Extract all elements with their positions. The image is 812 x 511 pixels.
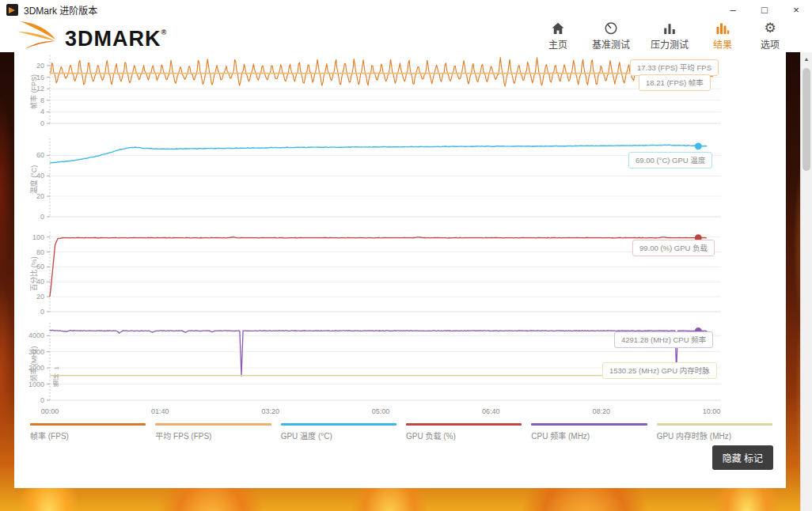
y-axis-label: 帧率 (FPS) bbox=[28, 74, 39, 109]
x-tick-label: 00:00 bbox=[41, 407, 59, 415]
home-icon bbox=[551, 21, 565, 35]
gear-icon: ⚙ bbox=[764, 21, 776, 35]
scrollbar-thumb[interactable] bbox=[803, 68, 810, 171]
gpu-temp-chart: 0204060温度 (°C) bbox=[14, 137, 758, 222]
annotation-gpu-temp: 69.00 (°C) GPU 温度 bbox=[628, 152, 712, 168]
scroll-up-icon[interactable]: ▲ bbox=[801, 52, 812, 65]
nav-item-home[interactable]: 主页 bbox=[544, 21, 571, 51]
svg-text:60: 60 bbox=[36, 151, 44, 159]
gauge-icon bbox=[604, 21, 618, 35]
maximize-button[interactable]: □ bbox=[749, 0, 780, 19]
svg-text:4: 4 bbox=[40, 108, 44, 115]
svg-text:8: 8 bbox=[40, 97, 44, 104]
scrollbar[interactable]: ▲ bbox=[800, 52, 812, 511]
hide-markers-button[interactable]: 隐藏 标记 bbox=[712, 445, 773, 470]
nav-item-benchmark[interactable]: 基准测试 bbox=[592, 21, 630, 51]
legend-item-gpu-mem: GPU 内存时脉 (MHz) bbox=[657, 423, 772, 441]
x-tick-label: 01:40 bbox=[151, 407, 169, 415]
app-icon bbox=[6, 4, 18, 16]
svg-text:80: 80 bbox=[36, 248, 44, 256]
nav-item-results[interactable]: 结果 bbox=[709, 21, 736, 51]
annotation-avg-fps: 17.33 (FPS) 平均 FPS bbox=[630, 59, 719, 76]
flame-logo-icon bbox=[17, 20, 59, 50]
legend-color-bar bbox=[657, 423, 772, 426]
annotation-fps: 18.21 (FPS) 帧率 bbox=[639, 74, 711, 91]
window-title: 3DMark 进阶版本 bbox=[24, 3, 97, 17]
close-button[interactable]: × bbox=[780, 0, 812, 19]
nav-item-options[interactable]: ⚙ 选项 bbox=[757, 21, 784, 51]
legend: 帧率 (FPS) 平均 FPS (FPS) GPU 温度 (°C) GPU 负载… bbox=[30, 423, 772, 441]
x-tick-label: 06:40 bbox=[482, 407, 500, 415]
annotation-gpu-load: 99.00 (%) GPU 负载 bbox=[632, 240, 715, 256]
header: 3DMARK® 主页 基准测试 压力测试 结果 ⚙ bbox=[0, 19, 812, 52]
annotation-cpu-freq: 4291.28 (MHz) CPU 频率 bbox=[614, 331, 713, 348]
legend-item-avg-fps: 平均 FPS (FPS) bbox=[155, 423, 271, 441]
results-panel: 048121620帧率 (FPS) 0204060温度 (°C) 0204060… bbox=[14, 52, 786, 488]
nav-label: 结果 bbox=[713, 37, 732, 51]
svg-text:0: 0 bbox=[40, 396, 44, 404]
nav-label: 选项 bbox=[761, 37, 780, 51]
legend-item-fps: 帧率 (FPS) bbox=[30, 423, 146, 441]
logo-text: 3DMARK® bbox=[65, 18, 167, 53]
results-chart-icon bbox=[715, 21, 730, 35]
legend-item-gpu-load: GPU 负载 (%) bbox=[406, 423, 522, 441]
svg-text:20: 20 bbox=[36, 62, 44, 70]
svg-text:0: 0 bbox=[40, 213, 44, 221]
nav-label: 基准测试 bbox=[592, 37, 630, 51]
nav-item-stress-test[interactable]: 压力测试 bbox=[651, 21, 689, 51]
y-axis-label: 频率 (MHz) bbox=[28, 346, 39, 381]
titlebar: 3DMark 进阶版本 – □ × bbox=[0, 0, 812, 19]
nav-label: 主页 bbox=[548, 37, 567, 51]
legend-color-bar bbox=[281, 423, 397, 426]
svg-text:20: 20 bbox=[36, 293, 44, 301]
minimize-button[interactable]: – bbox=[717, 0, 749, 19]
svg-text:4000: 4000 bbox=[28, 331, 44, 339]
annotation-gpu-mem: 1530.25 (MHz) GPU 内存时脉 bbox=[602, 362, 717, 379]
legend-color-bar bbox=[155, 423, 271, 426]
svg-text:100: 100 bbox=[32, 233, 44, 241]
registered-mark: ® bbox=[161, 28, 168, 36]
y-axis-label: 温度 (°C) bbox=[28, 165, 39, 195]
svg-text:0: 0 bbox=[40, 308, 44, 316]
main-nav: 主页 基准测试 压力测试 结果 ⚙ 选项 bbox=[544, 19, 784, 52]
3dmark-logo: 3DMARK® bbox=[17, 18, 167, 53]
x-tick-label: 10:00 bbox=[703, 407, 721, 415]
loop-marker-label: 循环 1 bbox=[52, 365, 61, 387]
legend-color-bar bbox=[531, 423, 647, 426]
y-axis-label: 百分比 (%) bbox=[28, 256, 39, 291]
content-area: 048121620帧率 (FPS) 0204060温度 (°C) 0204060… bbox=[0, 52, 812, 511]
x-tick-label: 08:20 bbox=[592, 407, 610, 415]
legend-color-bar bbox=[406, 423, 522, 426]
legend-color-bar bbox=[30, 423, 146, 426]
time-axis: 00:0001:4003:2005:0006:4008:2010:00 bbox=[14, 407, 758, 418]
legend-item-gpu-temp: GPU 温度 (°C) bbox=[281, 423, 397, 441]
bar-chart-icon bbox=[662, 21, 677, 35]
x-tick-label: 03:20 bbox=[261, 407, 279, 415]
nav-label: 压力测试 bbox=[651, 37, 689, 51]
legend-item-cpu-freq: CPU 频率 (MHz) bbox=[531, 423, 647, 441]
x-tick-label: 05:00 bbox=[372, 407, 390, 415]
svg-text:0: 0 bbox=[40, 119, 44, 127]
